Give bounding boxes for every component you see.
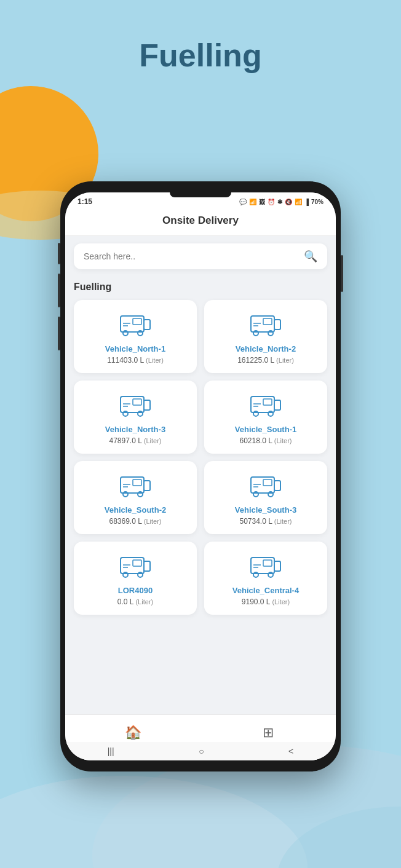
phone-notch (170, 192, 231, 197)
vehicle-grid: Vehicle_North-1 111403.0 L (Liter) (74, 300, 327, 622)
search-bar[interactable]: 🔍 (74, 243, 327, 269)
vehicle-volume-4: 68369.0 L (Liter) (109, 517, 161, 526)
vehicle-card-5[interactable]: Vehicle_South-3 50734.0 L (Liter) (204, 461, 327, 534)
svg-rect-16 (263, 318, 272, 325)
vehicle-card-1[interactable]: Vehicle_North-2 161225.0 L (Liter) (204, 300, 327, 373)
vehicle-name-5: Vehicle_South-3 (235, 505, 296, 515)
svg-rect-39 (274, 481, 280, 491)
fuel-truck-icon-1 (250, 311, 282, 338)
fuel-truck-icon-5 (250, 472, 282, 499)
svg-rect-53 (274, 561, 280, 571)
fuel-truck-icon-3 (250, 392, 282, 419)
volume-up-button (58, 243, 60, 264)
fuel-truck-icon-7 (250, 553, 282, 580)
vehicle-volume-7: 9190.0 L (Liter) (242, 598, 290, 606)
alarm-icon: ⏰ (268, 199, 275, 205)
volume-down-button (58, 274, 60, 307)
vehicle-card-4[interactable]: Vehicle_South-2 68369.0 L (Liter) (74, 461, 197, 534)
svg-rect-30 (263, 399, 272, 405)
signal-bars: ▐ (304, 199, 309, 205)
vehicle-name-6: LOR4090 (118, 586, 153, 595)
vehicle-name-3: Vehicle_South-1 (235, 425, 296, 434)
status-icons: 💬 📶 🖼 ⏰ ✱ 🔇 📶 ▐ 70% (239, 199, 324, 205)
svg-rect-46 (144, 561, 150, 571)
search-icon[interactable]: 🔍 (304, 250, 317, 263)
phone-frame: 1:15 💬 📶 🖼 ⏰ ✱ 🔇 📶 ▐ 70% Onsite Delivery… (60, 181, 341, 771)
status-time: 1:15 (77, 197, 92, 206)
page-title: Fuelling (0, 37, 401, 74)
recent-apps-button[interactable]: ||| (108, 746, 114, 756)
svg-rect-11 (274, 320, 280, 329)
fuel-truck-icon-6 (119, 553, 151, 580)
back-button[interactable]: < (288, 746, 293, 756)
home-icon: 🏠 (125, 725, 141, 741)
vehicle-card-2[interactable]: Vehicle_North-3 47897.0 L (Liter) (74, 381, 197, 454)
power-button (341, 255, 343, 292)
vehicle-volume-3: 60218.0 L (Liter) (239, 436, 292, 445)
vehicle-volume-5: 50734.0 L (Liter) (239, 517, 292, 526)
vehicle-volume-1: 161225.0 L (Liter) (237, 356, 294, 365)
vehicle-name-0: Vehicle_North-1 (105, 344, 165, 353)
svg-rect-32 (144, 481, 150, 491)
bluetooth-icon: ✱ (277, 199, 282, 205)
bixby-button (58, 317, 60, 350)
battery: 70% (311, 199, 324, 205)
fuel-truck-icon-0 (119, 311, 151, 338)
mute-icon: 🔇 (285, 199, 292, 205)
vehicle-volume-2: 47897.0 L (Liter) (109, 436, 161, 445)
vehicle-volume-6: 0.0 L (Liter) (117, 598, 153, 606)
content-area: Fuelling Vehicle_North-1 11 (65, 277, 336, 734)
svg-rect-18 (144, 400, 150, 410)
svg-rect-58 (263, 560, 272, 566)
svg-rect-9 (133, 318, 141, 325)
wifi-icon: 📶 (295, 199, 302, 205)
vehicle-card-6[interactable]: LOR4090 0.0 L (Liter) (74, 542, 197, 615)
vehicle-name-7: Vehicle_Central-4 (232, 586, 299, 595)
svg-rect-37 (133, 479, 141, 486)
grid-icon: ⊞ (263, 725, 274, 741)
gallery-icon: 🖼 (259, 199, 265, 205)
svg-rect-51 (133, 560, 141, 566)
vehicle-volume-0: 111403.0 L (Liter) (107, 356, 164, 365)
home-button[interactable]: ○ (199, 746, 204, 756)
section-title: Fuelling (74, 282, 327, 293)
app-header: Onsite Delivery (65, 208, 336, 236)
phone-screen: 1:15 💬 📶 🖼 ⏰ ✱ 🔇 📶 ▐ 70% Onsite Delivery… (65, 192, 336, 760)
vehicle-name-4: Vehicle_South-2 (105, 505, 166, 515)
svg-rect-44 (263, 479, 272, 486)
vehicle-name-2: Vehicle_North-3 (105, 425, 165, 434)
search-input[interactable] (84, 251, 304, 261)
vehicle-card-0[interactable]: Vehicle_North-1 111403.0 L (Liter) (74, 300, 197, 373)
svg-rect-23 (133, 399, 141, 405)
app-header-title: Onsite Delivery (162, 215, 239, 226)
system-nav-bar: ||| ○ < (65, 742, 336, 760)
signal-icon: 📶 (249, 199, 256, 205)
svg-rect-4 (144, 320, 150, 329)
fuel-truck-icon-4 (119, 472, 151, 499)
whatsapp-icon: 💬 (239, 199, 247, 205)
fuel-truck-icon-2 (119, 392, 151, 419)
vehicle-card-7[interactable]: Vehicle_Central-4 9190.0 L (Liter) (204, 542, 327, 615)
svg-rect-25 (274, 400, 280, 410)
vehicle-name-1: Vehicle_North-2 (236, 344, 296, 353)
vehicle-card-3[interactable]: Vehicle_South-1 60218.0 L (Liter) (204, 381, 327, 454)
